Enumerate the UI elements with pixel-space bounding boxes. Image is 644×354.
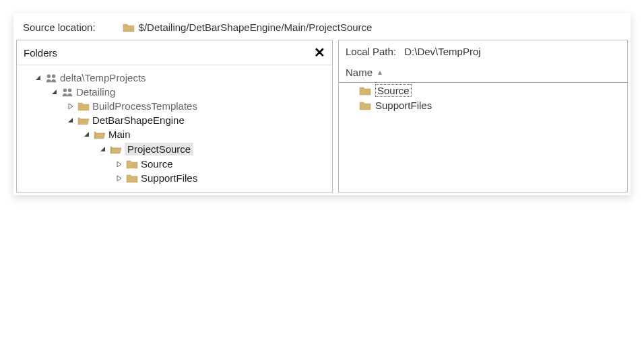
tree-row-detailing[interactable]: Detailing	[21, 85, 328, 99]
tree-label-supportfiles: SupportFiles	[141, 172, 197, 184]
list-label-source: Source	[375, 84, 412, 97]
svg-point-0	[47, 74, 51, 77]
folder-open-icon	[94, 130, 106, 139]
list-item-source[interactable]: Source	[339, 83, 627, 98]
folder-icon	[359, 86, 371, 96]
tree-label-dbse: DetBarShapeEngine	[92, 114, 185, 126]
tree-row-root[interactable]: delta\TempProjects	[21, 71, 328, 85]
expander-expand-icon[interactable]	[115, 174, 123, 182]
folder-icon	[359, 101, 371, 110]
name-column-header[interactable]: Name ▲	[339, 63, 627, 82]
localpath-header: Local Path: D:\Dev\TempProj	[339, 40, 627, 63]
localpath-value: D:\Dev\TempProj	[404, 46, 480, 57]
source-location-bar: Source location: $/Detailing/DetBarShape…	[15, 15, 629, 40]
folder-icon	[126, 174, 138, 183]
folder-icon	[123, 23, 135, 32]
folders-panel-header: Folders ✕	[17, 40, 332, 65]
folder-icon	[77, 102, 90, 111]
source-location-value: $/Detailing/DetBarShapeEngine/Main/Proje…	[139, 22, 373, 33]
svg-point-3	[68, 88, 71, 92]
close-icon[interactable]: ✕	[314, 46, 325, 59]
tree-row-detbarshapeengine[interactable]: DetBarShapeEngine	[21, 113, 328, 127]
folder-open-icon	[77, 116, 90, 125]
svg-point-1	[52, 74, 55, 77]
tree-label-root: delta\TempProjects	[60, 72, 146, 83]
list-label-supportfiles: SupportFiles	[375, 100, 432, 111]
source-location-path: $/Detailing/DetBarShapeEngine/Main/Proje…	[123, 22, 373, 33]
dialog-container: Source location: $/Detailing/DetBarShape…	[13, 13, 631, 195]
tree-label-source: Source	[141, 158, 173, 170]
expander-collapse-icon[interactable]	[99, 145, 107, 153]
name-header-label: Name	[346, 67, 373, 78]
localpath-panel: Local Path: D:\Dev\TempProj Name ▲ Sourc…	[338, 40, 628, 192]
tree-label-main: Main	[108, 129, 131, 140]
folder-tree: delta\TempProjects Detailing	[17, 65, 332, 192]
expander-collapse-icon[interactable]	[67, 116, 75, 125]
file-list: Source SupportFiles	[339, 82, 627, 112]
tree-row-main[interactable]: Main	[21, 127, 328, 141]
tree-label-projectsource: ProjectSource	[125, 143, 193, 155]
source-location-label: Source location:	[23, 22, 96, 33]
tree-row-supportfiles[interactable]: SupportFiles	[21, 171, 328, 185]
folders-panel-title: Folders	[24, 47, 57, 59]
expander-collapse-icon[interactable]	[83, 131, 91, 139]
tree-label-detailing: Detailing	[76, 86, 115, 98]
expander-expand-icon[interactable]	[115, 160, 123, 168]
tree-row-buildprocesstemplates[interactable]: BuildProcessTemplates	[21, 99, 328, 113]
tree-row-projectsource[interactable]: ProjectSource	[21, 141, 328, 157]
expander-collapse-icon[interactable]	[34, 74, 42, 82]
panels-container: Folders ✕ delta\TempProjects	[15, 40, 629, 194]
folder-open-icon	[110, 145, 122, 154]
expander-expand-icon[interactable]	[67, 102, 75, 110]
folders-panel: Folders ✕ delta\TempProjects	[16, 40, 333, 192]
localpath-label: Local Path:	[346, 46, 396, 57]
svg-point-2	[63, 88, 67, 92]
tree-label-bpt: BuildProcessTemplates	[92, 100, 197, 112]
sort-asc-icon: ▲	[377, 69, 383, 76]
folder-icon	[126, 160, 138, 169]
team-icon	[61, 87, 73, 98]
tree-row-source[interactable]: Source	[21, 157, 328, 171]
list-item-supportfiles[interactable]: SupportFiles	[339, 98, 627, 112]
expander-collapse-icon[interactable]	[51, 88, 59, 96]
team-icon	[45, 73, 57, 83]
